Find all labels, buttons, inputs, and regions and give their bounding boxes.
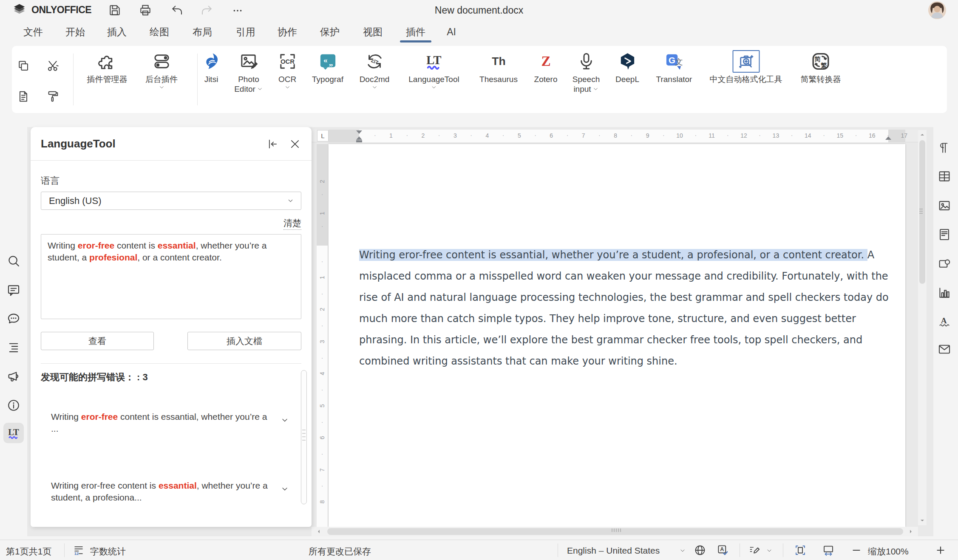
cut-button[interactable] bbox=[44, 57, 61, 74]
chat-button[interactable] bbox=[6, 311, 21, 326]
ruler-number: 15 bbox=[837, 132, 844, 139]
scroll-left-arrow[interactable] bbox=[316, 529, 322, 535]
feedback-support-button[interactable] bbox=[6, 370, 21, 384]
more-actions-button[interactable] bbox=[231, 5, 244, 16]
collapse-panel-button[interactable] bbox=[267, 138, 279, 150]
plugin-translator[interactable]: G文Translator bbox=[655, 51, 693, 84]
document-vertical-scrollbar[interactable] bbox=[918, 130, 927, 525]
plugin-background-plugins[interactable]: 后台插件 bbox=[142, 51, 181, 91]
zoom-in-button[interactable] bbox=[935, 544, 946, 557]
tab-引用[interactable]: 引用 bbox=[236, 26, 255, 38]
tab-开始[interactable]: 开始 bbox=[65, 26, 85, 38]
comments-button[interactable] bbox=[6, 283, 21, 297]
document-language-label[interactable]: English – United States bbox=[567, 546, 660, 556]
textart-settings-button[interactable]: A bbox=[937, 314, 952, 328]
chevron-down-icon bbox=[287, 197, 294, 204]
vertical-scroll-thumb[interactable] bbox=[919, 140, 925, 284]
doc2md-icon: </> bbox=[365, 51, 385, 71]
tab-stop-selector[interactable]: L bbox=[317, 130, 329, 141]
suggestions-scrollbar[interactable] bbox=[301, 370, 307, 504]
plugin-plugin-manager[interactable]: 插件管理器 bbox=[87, 51, 128, 84]
chart-settings-button[interactable] bbox=[937, 286, 952, 300]
page-count-label[interactable]: 第1页共1页 bbox=[6, 546, 51, 557]
copy-button[interactable] bbox=[15, 57, 32, 74]
expand-suggestion-chevron-icon[interactable] bbox=[281, 485, 289, 493]
print-button[interactable] bbox=[139, 3, 152, 17]
zoom-out-button[interactable] bbox=[851, 544, 862, 557]
format-painter-button[interactable] bbox=[44, 88, 61, 105]
horizontal-scroll-thumb[interactable] bbox=[327, 528, 903, 535]
plugin-doc2md[interactable]: </>Doc2md bbox=[355, 51, 394, 91]
scroll-grip bbox=[302, 436, 306, 437]
ruler-number: 16 bbox=[869, 132, 876, 139]
plugin-jitsi[interactable]: Jitsi bbox=[192, 51, 230, 84]
vertical-ruler[interactable]: 2·1··1·2·3·4·5·6·7·8 bbox=[317, 142, 328, 527]
paragraph-settings-button[interactable] bbox=[937, 141, 952, 155]
plugin-photo-editor[interactable]: PhotoEditor bbox=[230, 51, 268, 94]
save-button[interactable] bbox=[108, 3, 122, 17]
scroll-right-arrow[interactable] bbox=[908, 529, 914, 535]
word-count-label[interactable]: 字数统计 bbox=[90, 546, 126, 557]
table-settings-button[interactable] bbox=[937, 169, 952, 184]
plugin-typograf[interactable]: «„Typograf bbox=[309, 51, 347, 84]
scroll-down-arrow[interactable] bbox=[919, 518, 925, 523]
fit-to-width-button[interactable] bbox=[822, 544, 835, 557]
language-select[interactable]: English (US) bbox=[41, 192, 301, 210]
tab-绘图[interactable]: 绘图 bbox=[150, 26, 169, 38]
language-chevron-icon[interactable] bbox=[679, 547, 686, 554]
spelling-suggestion-item[interactable]: Writing eror-free content is essantial, … bbox=[51, 411, 276, 435]
scroll-up-arrow[interactable] bbox=[919, 132, 925, 138]
insert-into-document-button[interactable]: 插入文檔 bbox=[187, 332, 301, 350]
tab-保护[interactable]: 保护 bbox=[320, 26, 340, 38]
fit-to-page-button[interactable] bbox=[794, 544, 807, 557]
ruler-number: 4 bbox=[485, 132, 489, 139]
header-footer-settings-button[interactable] bbox=[937, 227, 952, 242]
document-horizontal-scrollbar[interactable] bbox=[312, 527, 918, 536]
tab-AI[interactable]: AI bbox=[447, 26, 456, 38]
close-panel-button[interactable] bbox=[289, 138, 301, 150]
plugin-deepl[interactable]: DeepL bbox=[608, 51, 646, 84]
mail-merge-button[interactable] bbox=[937, 342, 952, 356]
plugin-languagetool[interactable]: LTLanguageTool bbox=[408, 51, 459, 91]
user-avatar[interactable] bbox=[928, 1, 946, 19]
shape-settings-button[interactable] bbox=[937, 257, 952, 271]
ruler-number: 17 bbox=[901, 132, 907, 139]
s2t-converter-icon: 简繁 bbox=[811, 51, 831, 71]
paste-button[interactable] bbox=[15, 88, 32, 105]
spelling-suggestion-item[interactable]: Writing eror-free content is essantial, … bbox=[51, 480, 276, 503]
tab-布局[interactable]: 布局 bbox=[193, 26, 212, 38]
tab-插入[interactable]: 插入 bbox=[107, 26, 127, 38]
plugin-thesaurus[interactable]: ThThesaurus bbox=[479, 51, 518, 84]
find-replace-button[interactable] bbox=[6, 254, 21, 268]
plugin-zotero[interactable]: ZZotero bbox=[527, 51, 565, 84]
hanging-indent-marker[interactable] bbox=[356, 136, 362, 140]
right-indent-marker[interactable] bbox=[885, 136, 891, 140]
tab-协作[interactable]: 协作 bbox=[278, 26, 297, 38]
about-button[interactable] bbox=[6, 398, 21, 413]
set-document-language-button[interactable] bbox=[694, 544, 706, 557]
plugin-s2t-converter[interactable]: 简繁简繁转换器 bbox=[801, 51, 841, 84]
redo-button[interactable] bbox=[200, 3, 213, 17]
horizontal-ruler[interactable]: ·1·2·3·4·5·6·7·8·9·10·11·12·13·14·15·16·… bbox=[312, 130, 918, 142]
document-page[interactable]: Writing eror-free content is essantial, … bbox=[329, 144, 905, 527]
plugin-speech-input[interactable]: Speechinput bbox=[567, 51, 605, 94]
image-settings-button[interactable] bbox=[937, 198, 952, 213]
languagetool-source-textarea[interactable]: Writing eror-free content is essantial, … bbox=[41, 234, 301, 319]
tab-视图[interactable]: 视图 bbox=[363, 26, 383, 38]
navigation-headings-button[interactable] bbox=[6, 340, 21, 355]
tab-文件[interactable]: 文件 bbox=[23, 26, 43, 38]
undo-button[interactable] bbox=[170, 3, 184, 17]
left-indent-marker[interactable] bbox=[356, 140, 362, 142]
languagetool-plugin-button[interactable]: LT bbox=[3, 423, 24, 443]
expand-suggestion-chevron-icon[interactable] bbox=[281, 416, 289, 424]
clear-link[interactable]: 清楚 bbox=[283, 217, 301, 230]
spell-check-button[interactable]: A bbox=[717, 544, 729, 557]
plugin-zh-autoformat[interactable]: 中文自动格式化工具 bbox=[710, 51, 782, 84]
plugin-ocr[interactable]: OCROCR bbox=[268, 51, 306, 91]
word-count-icon[interactable]: 12 bbox=[72, 544, 85, 557]
track-changes-button[interactable] bbox=[748, 544, 761, 557]
track-changes-chevron-icon[interactable] bbox=[766, 547, 773, 554]
first-line-indent-marker[interactable] bbox=[356, 130, 362, 134]
tab-插件[interactable]: 插件 bbox=[406, 26, 425, 38]
check-button[interactable]: 查看 bbox=[41, 332, 154, 350]
